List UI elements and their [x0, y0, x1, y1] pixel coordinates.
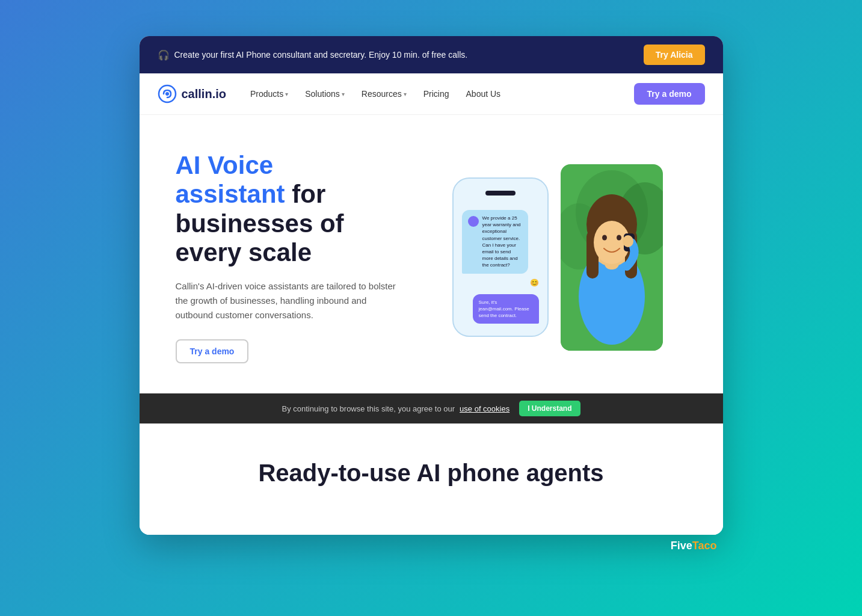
try-alicia-button[interactable]: Try Alicia	[644, 45, 705, 65]
nav-pricing[interactable]: Pricing	[423, 89, 449, 99]
cookie-text: By continuing to browse this site, you a…	[282, 404, 455, 413]
announcement-bar: 🎧 Create your first AI Phone consultant …	[140, 36, 723, 73]
svg-point-14	[617, 235, 621, 240]
watermark-first: Five	[671, 540, 692, 552]
chat-bubble-incoming: We provide a 25 year warranty and except…	[462, 210, 528, 274]
chevron-down-icon: ▾	[285, 91, 288, 97]
navbar: callin.io Products ▾ Solutions ▾ Resourc…	[140, 73, 723, 115]
phone-notch	[485, 191, 516, 196]
hero-demo-button[interactable]: Try a demo	[176, 339, 249, 363]
nav-products[interactable]: Products ▾	[250, 89, 288, 99]
cookie-link[interactable]: use of cookies	[460, 404, 510, 413]
chat-bubble-outgoing: Sure, it's jean@mail.com. Please send th…	[473, 294, 539, 324]
hero-description: Callin's AI-driven voice assistants are …	[176, 279, 404, 322]
person-svg	[561, 164, 663, 351]
hero-visuals: We provide a 25 year warranty and except…	[428, 164, 687, 351]
nav-links: Products ▾ Solutions ▾ Resources ▾ Prici…	[250, 89, 610, 99]
headset-icon: 🎧	[158, 49, 170, 61]
announcement-message: Create your first AI Phone consultant an…	[174, 50, 468, 60]
nav-solutions[interactable]: Solutions ▾	[305, 89, 345, 99]
announcement-text: 🎧 Create your first AI Phone consultant …	[158, 49, 468, 61]
hero-title-line1: AI Voice assistant	[176, 151, 292, 208]
person-image	[561, 164, 663, 351]
nav-about[interactable]: About Us	[466, 89, 501, 99]
try-demo-nav-button[interactable]: Try a demo	[634, 83, 705, 105]
ready-title: Ready-to-use AI phone agents	[158, 460, 705, 487]
hero-title: AI Voice assistant for businesses of eve…	[176, 151, 404, 267]
browser-window: 🎧 Create your first AI Phone consultant …	[140, 36, 723, 535]
svg-point-1	[165, 92, 169, 96]
cookie-bar: By continuing to browse this site, you a…	[140, 393, 723, 424]
watermark: FiveTaco	[140, 535, 723, 552]
hero-section: AI Voice assistant for businesses of eve…	[140, 115, 723, 393]
chevron-down-icon: ▾	[404, 91, 407, 97]
svg-point-16	[623, 235, 633, 247]
avatar	[468, 216, 479, 227]
logo[interactable]: callin.io	[158, 84, 226, 103]
logo-icon	[158, 84, 177, 103]
emoji-reaction: 😊	[462, 279, 539, 287]
hero-content: AI Voice assistant for businesses of eve…	[176, 151, 404, 363]
cookie-accept-button[interactable]: I Understand	[519, 401, 580, 416]
logo-text: callin.io	[182, 87, 226, 101]
phone-mockup: We provide a 25 year warranty and except…	[452, 177, 549, 337]
ready-section: Ready-to-use AI phone agents	[140, 424, 723, 535]
watermark-second: Taco	[692, 540, 717, 552]
svg-point-13	[602, 235, 607, 240]
watermark-text: FiveTaco	[671, 540, 717, 552]
nav-resources[interactable]: Resources ▾	[362, 89, 407, 99]
chevron-down-icon: ▾	[342, 91, 345, 97]
